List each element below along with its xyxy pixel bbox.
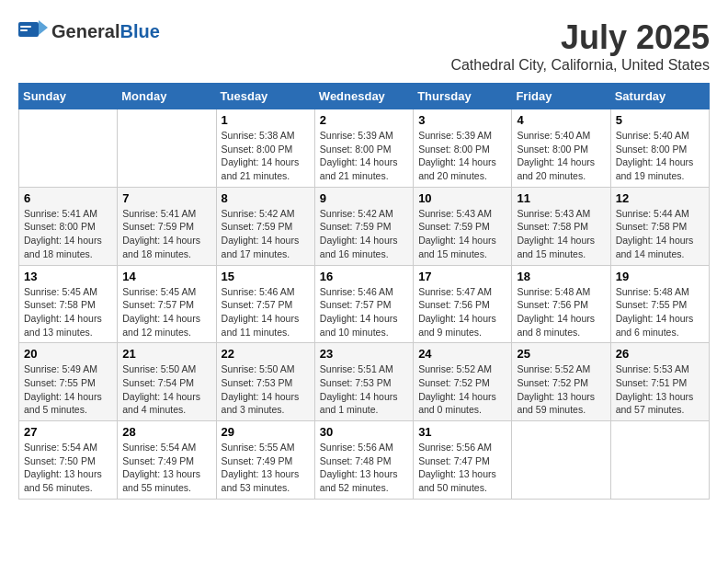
calendar-day-cell: 26Sunrise: 5:53 AMSunset: 7:51 PMDayligh…	[610, 343, 709, 421]
calendar-header-row: SundayMondayTuesdayWednesdayThursdayFrid…	[19, 84, 710, 109]
day-info: Sunrise: 5:54 AMSunset: 7:50 PMDaylight:…	[24, 441, 112, 495]
day-number: 24	[418, 347, 506, 361]
logo-text-general: General	[51, 21, 119, 41]
calendar-day-cell: 5Sunrise: 5:40 AMSunset: 8:00 PMDaylight…	[610, 109, 709, 188]
day-number: 15	[222, 270, 310, 283]
day-info: Sunrise: 5:45 AMSunset: 7:58 PMDaylight:…	[24, 285, 112, 339]
day-info: Sunrise: 5:41 AMSunset: 8:00 PMDaylight:…	[24, 207, 112, 261]
day-number: 25	[517, 347, 605, 361]
calendar-week-row: 1Sunrise: 5:38 AMSunset: 8:00 PMDaylight…	[19, 109, 710, 188]
calendar-day-cell: 24Sunrise: 5:52 AMSunset: 7:52 PMDayligh…	[414, 343, 512, 421]
day-info: Sunrise: 5:43 AMSunset: 7:59 PMDaylight:…	[418, 207, 506, 261]
calendar-day-header: Sunday	[19, 84, 118, 109]
calendar-table: SundayMondayTuesdayWednesdayThursdayFrid…	[18, 83, 710, 500]
logo-text-blue: Blue	[119, 21, 159, 41]
day-info: Sunrise: 5:49 AMSunset: 7:55 PMDaylight:…	[24, 362, 112, 417]
calendar-day-cell: 31Sunrise: 5:56 AMSunset: 7:47 PMDayligh…	[414, 421, 512, 500]
calendar-day-header: Tuesday	[216, 84, 314, 109]
calendar-day-cell: 17Sunrise: 5:47 AMSunset: 7:56 PMDayligh…	[414, 265, 512, 343]
day-info: Sunrise: 5:44 AMSunset: 7:58 PMDaylight:…	[616, 207, 704, 261]
calendar-day-cell: 8Sunrise: 5:42 AMSunset: 7:59 PMDaylight…	[216, 187, 314, 265]
day-number: 20	[24, 347, 112, 361]
day-info: Sunrise: 5:40 AMSunset: 8:00 PMDaylight:…	[616, 129, 704, 183]
calendar-day-cell: 3Sunrise: 5:39 AMSunset: 8:00 PMDaylight…	[414, 109, 512, 188]
calendar-day-header: Monday	[118, 84, 216, 109]
calendar-day-cell: 7Sunrise: 5:41 AMSunset: 7:59 PMDaylight…	[118, 187, 216, 265]
day-number: 9	[320, 191, 408, 205]
day-number: 6	[24, 191, 112, 205]
logo-icon	[18, 18, 48, 44]
day-number: 12	[616, 191, 704, 205]
title-section: July 2025 Cathedral City, California, Un…	[450, 18, 710, 74]
day-number: 23	[320, 347, 408, 361]
calendar-day-cell	[19, 109, 118, 188]
calendar-week-row: 13Sunrise: 5:45 AMSunset: 7:58 PMDayligh…	[19, 265, 710, 343]
day-number: 30	[320, 425, 408, 439]
svg-rect-2	[20, 26, 31, 28]
calendar-day-cell: 15Sunrise: 5:46 AMSunset: 7:57 PMDayligh…	[216, 265, 314, 343]
day-number: 4	[517, 113, 605, 127]
day-info: Sunrise: 5:48 AMSunset: 7:55 PMDaylight:…	[616, 285, 704, 339]
day-info: Sunrise: 5:39 AMSunset: 8:00 PMDaylight:…	[418, 129, 506, 183]
day-info: Sunrise: 5:47 AMSunset: 7:56 PMDaylight:…	[418, 285, 506, 339]
day-number: 3	[418, 113, 506, 127]
day-number: 8	[222, 191, 310, 205]
day-number: 14	[122, 270, 210, 283]
day-info: Sunrise: 5:51 AMSunset: 7:53 PMDaylight:…	[320, 362, 408, 417]
calendar-day-cell: 27Sunrise: 5:54 AMSunset: 7:50 PMDayligh…	[19, 421, 118, 500]
day-number: 1	[222, 113, 310, 127]
calendar-day-cell: 21Sunrise: 5:50 AMSunset: 7:54 PMDayligh…	[118, 343, 216, 421]
calendar-day-cell: 9Sunrise: 5:42 AMSunset: 7:59 PMDaylight…	[314, 187, 413, 265]
day-info: Sunrise: 5:43 AMSunset: 7:58 PMDaylight:…	[517, 207, 605, 261]
day-info: Sunrise: 5:52 AMSunset: 7:52 PMDaylight:…	[517, 362, 605, 417]
calendar-day-header: Saturday	[610, 84, 709, 109]
day-number: 17	[418, 270, 506, 283]
day-number: 22	[222, 347, 310, 361]
calendar-day-cell: 29Sunrise: 5:55 AMSunset: 7:49 PMDayligh…	[216, 421, 314, 500]
calendar-day-cell: 13Sunrise: 5:45 AMSunset: 7:58 PMDayligh…	[19, 265, 118, 343]
calendar-day-cell: 14Sunrise: 5:45 AMSunset: 7:57 PMDayligh…	[118, 265, 216, 343]
calendar-day-cell: 22Sunrise: 5:50 AMSunset: 7:53 PMDayligh…	[216, 343, 314, 421]
day-info: Sunrise: 5:45 AMSunset: 7:57 PMDaylight:…	[122, 285, 210, 339]
calendar-day-cell	[512, 421, 610, 500]
day-number: 5	[616, 113, 704, 127]
day-number: 29	[222, 425, 310, 439]
svg-rect-3	[20, 29, 28, 31]
day-number: 7	[122, 191, 210, 205]
day-number: 16	[320, 270, 408, 283]
day-number: 26	[616, 347, 704, 361]
day-info: Sunrise: 5:42 AMSunset: 7:59 PMDaylight:…	[320, 207, 408, 261]
day-info: Sunrise: 5:42 AMSunset: 7:59 PMDaylight:…	[222, 207, 310, 261]
day-info: Sunrise: 5:54 AMSunset: 7:49 PMDaylight:…	[122, 441, 210, 495]
calendar-day-cell: 16Sunrise: 5:46 AMSunset: 7:57 PMDayligh…	[314, 265, 413, 343]
month-year: July 2025	[450, 18, 710, 57]
calendar-day-cell: 19Sunrise: 5:48 AMSunset: 7:55 PMDayligh…	[610, 265, 709, 343]
day-number: 13	[24, 270, 112, 283]
calendar-day-cell	[610, 421, 709, 500]
calendar-day-cell: 30Sunrise: 5:56 AMSunset: 7:48 PMDayligh…	[314, 421, 413, 500]
logo: GeneralBlue	[18, 18, 160, 44]
day-info: Sunrise: 5:46 AMSunset: 7:57 PMDaylight:…	[320, 285, 408, 339]
day-info: Sunrise: 5:41 AMSunset: 7:59 PMDaylight:…	[122, 207, 210, 261]
day-info: Sunrise: 5:52 AMSunset: 7:52 PMDaylight:…	[418, 362, 506, 417]
calendar-day-cell: 12Sunrise: 5:44 AMSunset: 7:58 PMDayligh…	[610, 187, 709, 265]
day-number: 2	[320, 113, 408, 127]
calendar-day-header: Wednesday	[314, 84, 413, 109]
calendar-day-cell: 25Sunrise: 5:52 AMSunset: 7:52 PMDayligh…	[512, 343, 610, 421]
calendar-week-row: 27Sunrise: 5:54 AMSunset: 7:50 PMDayligh…	[19, 421, 710, 500]
day-info: Sunrise: 5:55 AMSunset: 7:49 PMDaylight:…	[222, 441, 310, 495]
calendar-day-cell: 2Sunrise: 5:39 AMSunset: 8:00 PMDaylight…	[314, 109, 413, 188]
day-info: Sunrise: 5:56 AMSunset: 7:48 PMDaylight:…	[320, 441, 408, 495]
calendar-week-row: 20Sunrise: 5:49 AMSunset: 7:55 PMDayligh…	[19, 343, 710, 421]
day-number: 11	[517, 191, 605, 205]
calendar-day-cell: 10Sunrise: 5:43 AMSunset: 7:59 PMDayligh…	[414, 187, 512, 265]
day-number: 21	[122, 347, 210, 361]
svg-marker-1	[39, 20, 48, 35]
day-number: 31	[418, 425, 506, 439]
calendar-day-cell: 6Sunrise: 5:41 AMSunset: 8:00 PMDaylight…	[19, 187, 118, 265]
day-info: Sunrise: 5:53 AMSunset: 7:51 PMDaylight:…	[616, 362, 704, 417]
day-info: Sunrise: 5:48 AMSunset: 7:56 PMDaylight:…	[517, 285, 605, 339]
day-number: 27	[24, 425, 112, 439]
calendar-day-cell	[118, 109, 216, 188]
calendar-day-cell: 18Sunrise: 5:48 AMSunset: 7:56 PMDayligh…	[512, 265, 610, 343]
